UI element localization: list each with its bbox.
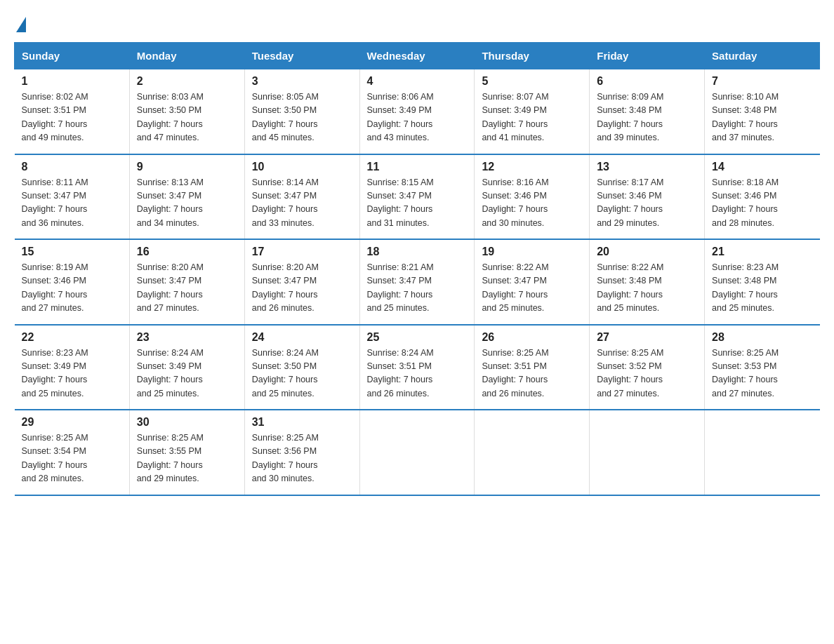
column-header-sunday: Sunday [15,43,130,69]
day-info: Sunrise: 8:25 AM Sunset: 3:51 PM Dayligh… [482,347,582,401]
day-info: Sunrise: 8:24 AM Sunset: 3:51 PM Dayligh… [367,347,468,401]
day-number: 17 [252,246,352,258]
day-number: 27 [597,331,697,344]
day-number: 19 [482,246,582,258]
calendar-day-cell [590,410,705,495]
day-number: 2 [137,75,237,88]
calendar-day-cell: 1 Sunrise: 8:02 AM Sunset: 3:51 PM Dayli… [15,69,130,154]
day-info: Sunrise: 8:13 AM Sunset: 3:47 PM Dayligh… [137,176,237,231]
day-number: 8 [22,161,122,173]
page-header [14,14,820,29]
column-header-wednesday: Wednesday [359,43,475,69]
day-info: Sunrise: 8:02 AM Sunset: 3:51 PM Dayligh… [22,90,122,145]
calendar-day-cell: 17 Sunrise: 8:20 AM Sunset: 3:47 PM Dayl… [244,239,359,325]
day-info: Sunrise: 8:22 AM Sunset: 3:47 PM Dayligh… [482,261,582,316]
day-info: Sunrise: 8:05 AM Sunset: 3:50 PM Dayligh… [252,90,352,145]
calendar-week-row: 22 Sunrise: 8:23 AM Sunset: 3:49 PM Dayl… [15,325,820,410]
calendar-day-cell [359,410,475,495]
calendar-day-cell: 31 Sunrise: 8:25 AM Sunset: 3:56 PM Dayl… [244,410,359,495]
calendar-day-cell: 8 Sunrise: 8:11 AM Sunset: 3:47 PM Dayli… [15,154,130,240]
day-number: 30 [137,416,237,429]
calendar-day-cell: 24 Sunrise: 8:24 AM Sunset: 3:50 PM Dayl… [244,325,359,410]
calendar-day-cell: 9 Sunrise: 8:13 AM Sunset: 3:47 PM Dayli… [129,154,244,240]
day-info: Sunrise: 8:06 AM Sunset: 3:49 PM Dayligh… [367,90,468,145]
calendar-day-cell: 14 Sunrise: 8:18 AM Sunset: 3:46 PM Dayl… [705,154,820,240]
calendar-week-row: 29 Sunrise: 8:25 AM Sunset: 3:54 PM Dayl… [15,410,820,495]
calendar-day-cell: 10 Sunrise: 8:14 AM Sunset: 3:47 PM Dayl… [244,154,359,240]
day-info: Sunrise: 8:09 AM Sunset: 3:48 PM Dayligh… [597,90,697,145]
day-number: 12 [482,161,582,173]
day-number: 15 [22,246,122,258]
day-number: 11 [367,161,468,173]
day-info: Sunrise: 8:21 AM Sunset: 3:47 PM Dayligh… [367,261,468,316]
calendar-table: SundayMondayTuesdayWednesdayThursdayFrid… [14,42,820,496]
calendar-day-cell: 20 Sunrise: 8:22 AM Sunset: 3:48 PM Dayl… [590,239,705,325]
day-info: Sunrise: 8:17 AM Sunset: 3:46 PM Dayligh… [597,176,697,231]
calendar-day-cell: 15 Sunrise: 8:19 AM Sunset: 3:46 PM Dayl… [15,239,130,325]
day-number: 20 [597,246,697,258]
calendar-day-cell [475,410,590,495]
day-number: 16 [137,246,237,258]
day-info: Sunrise: 8:23 AM Sunset: 3:49 PM Dayligh… [22,347,122,401]
day-info: Sunrise: 8:24 AM Sunset: 3:49 PM Dayligh… [137,347,237,401]
day-info: Sunrise: 8:15 AM Sunset: 3:47 PM Dayligh… [367,176,468,231]
calendar-day-cell: 4 Sunrise: 8:06 AM Sunset: 3:49 PM Dayli… [359,69,475,154]
day-number: 6 [597,75,697,88]
day-info: Sunrise: 8:10 AM Sunset: 3:48 PM Dayligh… [712,90,812,145]
calendar-day-cell: 18 Sunrise: 8:21 AM Sunset: 3:47 PM Dayl… [359,239,475,325]
column-header-friday: Friday [590,43,705,69]
day-info: Sunrise: 8:20 AM Sunset: 3:47 PM Dayligh… [137,261,237,316]
day-number: 23 [137,331,237,344]
day-number: 26 [482,331,582,344]
day-info: Sunrise: 8:03 AM Sunset: 3:50 PM Dayligh… [137,90,237,145]
day-info: Sunrise: 8:07 AM Sunset: 3:49 PM Dayligh… [482,90,582,145]
calendar-day-cell: 2 Sunrise: 8:03 AM Sunset: 3:50 PM Dayli… [129,69,244,154]
logo [14,14,26,29]
day-info: Sunrise: 8:25 AM Sunset: 3:56 PM Dayligh… [252,431,352,486]
calendar-day-cell: 29 Sunrise: 8:25 AM Sunset: 3:54 PM Dayl… [15,410,130,495]
calendar-day-cell [705,410,820,495]
calendar-day-cell: 22 Sunrise: 8:23 AM Sunset: 3:49 PM Dayl… [15,325,130,410]
calendar-day-cell: 12 Sunrise: 8:16 AM Sunset: 3:46 PM Dayl… [475,154,590,240]
day-info: Sunrise: 8:16 AM Sunset: 3:46 PM Dayligh… [482,176,582,231]
column-header-monday: Monday [129,43,244,69]
day-number: 29 [22,416,122,429]
day-info: Sunrise: 8:25 AM Sunset: 3:54 PM Dayligh… [22,431,122,486]
day-info: Sunrise: 8:25 AM Sunset: 3:55 PM Dayligh… [137,431,237,486]
day-number: 1 [22,75,122,88]
day-number: 4 [367,75,468,88]
day-info: Sunrise: 8:24 AM Sunset: 3:50 PM Dayligh… [252,347,352,401]
column-header-thursday: Thursday [475,43,590,69]
calendar-day-cell: 13 Sunrise: 8:17 AM Sunset: 3:46 PM Dayl… [590,154,705,240]
day-number: 14 [712,161,812,173]
day-info: Sunrise: 8:25 AM Sunset: 3:53 PM Dayligh… [712,347,812,401]
calendar-day-cell: 3 Sunrise: 8:05 AM Sunset: 3:50 PM Dayli… [244,69,359,154]
day-number: 22 [22,331,122,344]
day-info: Sunrise: 8:23 AM Sunset: 3:48 PM Dayligh… [712,261,812,316]
calendar-day-cell: 11 Sunrise: 8:15 AM Sunset: 3:47 PM Dayl… [359,154,475,240]
calendar-day-cell: 19 Sunrise: 8:22 AM Sunset: 3:47 PM Dayl… [475,239,590,325]
calendar-day-cell: 5 Sunrise: 8:07 AM Sunset: 3:49 PM Dayli… [475,69,590,154]
day-info: Sunrise: 8:22 AM Sunset: 3:48 PM Dayligh… [597,261,697,316]
calendar-day-cell: 16 Sunrise: 8:20 AM Sunset: 3:47 PM Dayl… [129,239,244,325]
calendar-day-cell: 6 Sunrise: 8:09 AM Sunset: 3:48 PM Dayli… [590,69,705,154]
day-info: Sunrise: 8:14 AM Sunset: 3:47 PM Dayligh… [252,176,352,231]
day-number: 28 [712,331,812,344]
day-number: 24 [252,331,352,344]
day-number: 18 [367,246,468,258]
calendar-day-cell: 26 Sunrise: 8:25 AM Sunset: 3:51 PM Dayl… [475,325,590,410]
calendar-day-cell: 7 Sunrise: 8:10 AM Sunset: 3:48 PM Dayli… [705,69,820,154]
day-info: Sunrise: 8:19 AM Sunset: 3:46 PM Dayligh… [22,261,122,316]
calendar-day-cell: 25 Sunrise: 8:24 AM Sunset: 3:51 PM Dayl… [359,325,475,410]
day-number: 5 [482,75,582,88]
day-number: 13 [597,161,697,173]
day-number: 10 [252,161,352,173]
day-number: 9 [137,161,237,173]
calendar-week-row: 8 Sunrise: 8:11 AM Sunset: 3:47 PM Dayli… [15,154,820,240]
day-info: Sunrise: 8:20 AM Sunset: 3:47 PM Dayligh… [252,261,352,316]
calendar-day-cell: 23 Sunrise: 8:24 AM Sunset: 3:49 PM Dayl… [129,325,244,410]
day-number: 25 [367,331,468,344]
calendar-day-cell: 28 Sunrise: 8:25 AM Sunset: 3:53 PM Dayl… [705,325,820,410]
calendar-week-row: 15 Sunrise: 8:19 AM Sunset: 3:46 PM Dayl… [15,239,820,325]
calendar-day-cell: 21 Sunrise: 8:23 AM Sunset: 3:48 PM Dayl… [705,239,820,325]
